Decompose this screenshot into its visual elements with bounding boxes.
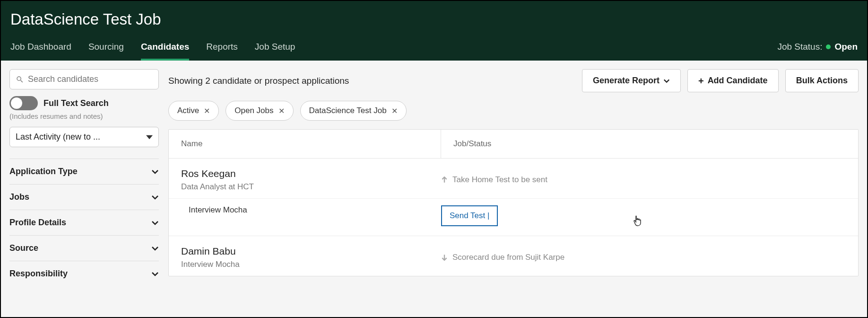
cell-name: Ros Keegan Data Analyst at HCT [181,168,441,192]
sub-row: Interview Mocha Send Test | [169,198,858,236]
col-name: Name [169,130,441,158]
full-text-label: Full Text Search [43,98,109,108]
chip-label: DataScience Test Job [309,106,387,115]
table-header: Name Job/Status [169,130,858,159]
full-text-help: (Includes resumes and notes) [9,112,159,120]
filter-label: Profile Details [9,218,66,228]
send-test-button[interactable]: Send Test | [441,205,498,226]
full-text-toggle-row: Full Text Search [9,96,159,110]
close-icon[interactable]: ✕ [391,106,398,115]
button-label: Bulk Actions [796,76,848,86]
status-text: Take Home Test to be sent [452,175,547,185]
chip-label: Open Jobs [234,106,273,115]
main-head: Showing 2 candidate or prospect applicat… [168,69,859,92]
filter-source[interactable]: Source [9,235,159,261]
chevron-down-icon [151,245,159,252]
cell-name: Damin Babu Interview Mocha [181,246,441,269]
candidate-title: Data Analyst at HCT [181,182,441,192]
chip-label: Active [177,106,199,115]
generate-report-button[interactable]: Generate Report [582,69,681,92]
chevron-down-icon [663,78,670,84]
search-wrap[interactable] [9,69,159,89]
search-icon [16,75,24,84]
chip-open-jobs[interactable]: Open Jobs ✕ [226,101,293,121]
chevron-down-icon [151,168,159,176]
head-actions: Generate Report + Add Candidate Bulk Act… [582,69,859,92]
filter-label: Source [9,243,38,253]
sort-label: Last Activity (new to ... [16,132,100,142]
cell-status: Scorecard due from Sujit Karpe [441,246,846,269]
candidates-table: Name Job/Status Ros Keegan Data Analyst … [168,129,859,276]
filter-label: Application Type [9,167,78,177]
table-row[interactable]: Damin Babu Interview Mocha Scorecard due… [169,236,858,276]
sort-select[interactable]: Last Activity (new to ... [9,127,159,147]
caret-down-icon [146,134,153,141]
filter-chips: Active ✕ Open Jobs ✕ DataScience Test Jo… [168,101,859,121]
main: Showing 2 candidate or prospect applicat… [168,69,859,286]
candidate-name: Damin Babu [181,246,441,257]
arrow-down-icon [441,254,448,261]
bulk-actions-button[interactable]: Bulk Actions [785,69,859,92]
filter-profile-details[interactable]: Profile Details [9,210,159,235]
sub-label: Interview Mocha [189,205,441,226]
button-label: Generate Report [593,76,660,86]
filter-responsibility[interactable]: Responsibility [9,261,159,286]
status-text: Scorecard due from Sujit Karpe [452,253,564,262]
candidate-title: Interview Mocha [181,260,441,269]
status-label: Job Status: [777,42,822,52]
filter-label: Responsibility [9,269,68,279]
header: DataScience Test Job Job Dashboard Sourc… [1,1,867,61]
status-value: Open [834,42,858,52]
full-text-toggle[interactable] [9,96,38,110]
chevron-down-icon [151,219,159,227]
close-icon[interactable]: ✕ [204,106,210,115]
candidate-name: Ros Keegan [181,168,441,179]
add-candidate-button[interactable]: + Add Candidate [687,69,779,92]
tab-reports[interactable]: Reports [206,42,238,61]
close-icon[interactable]: ✕ [278,106,285,115]
tab-sourcing[interactable]: Sourcing [88,42,124,61]
tab-job-setup[interactable]: Job Setup [255,42,295,61]
chip-active[interactable]: Active ✕ [168,101,219,121]
cell-status: Take Home Test to be sent [441,168,846,192]
status-dot-icon [826,44,831,49]
filter-jobs[interactable]: Jobs [9,184,159,210]
chevron-down-icon [151,194,159,201]
plus-icon: + [698,76,704,86]
tabbar: Job Dashboard Sourcing Candidates Report… [10,42,858,61]
tab-candidates[interactable]: Candidates [141,42,189,61]
content: Full Text Search (Includes resumes and n… [1,61,867,295]
filter-application-type[interactable]: Application Type [9,159,159,184]
table-row[interactable]: Ros Keegan Data Analyst at HCT Take Home… [169,159,858,236]
chip-datascience-test-job[interactable]: DataScience Test Job ✕ [300,101,407,121]
job-status: Job Status: Open [777,42,858,61]
search-input[interactable] [28,74,153,84]
button-label: Add Candidate [708,76,768,86]
tab-job-dashboard[interactable]: Job Dashboard [10,42,71,61]
page-title: DataScience Test Job [10,10,858,28]
arrow-up-icon [441,177,448,183]
col-status: Job/Status [441,130,858,158]
sidebar: Full Text Search (Includes resumes and n… [9,69,159,286]
filter-label: Jobs [9,192,29,202]
button-label: Send Test [450,211,485,221]
tabs: Job Dashboard Sourcing Candidates Report… [10,42,295,61]
results-label: Showing 2 candidate or prospect applicat… [168,76,349,86]
chevron-down-icon [151,270,159,278]
